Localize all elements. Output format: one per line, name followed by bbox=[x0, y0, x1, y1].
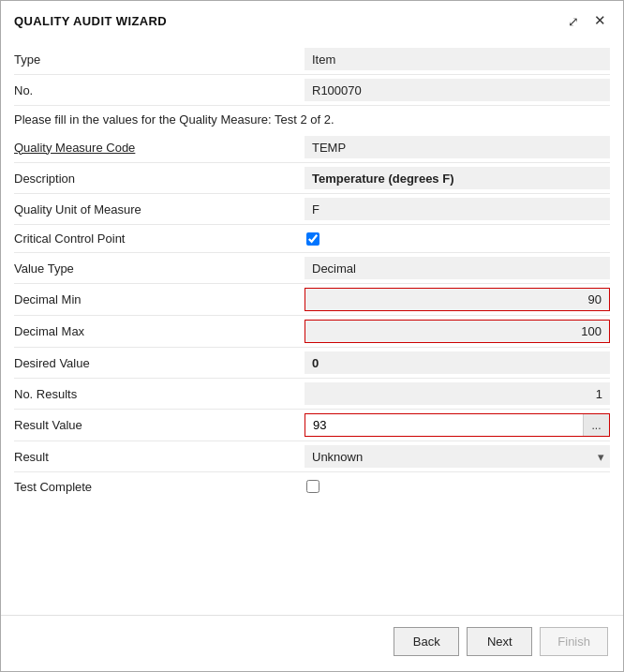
value-type-label: Value Type bbox=[14, 253, 305, 283]
description-value: Temperature (degrees F) bbox=[305, 167, 610, 189]
desired-value-row: Desired Value 0 bbox=[14, 348, 610, 379]
decimal-max-label: Decimal Max bbox=[14, 316, 305, 347]
decimal-max-value: 100 bbox=[305, 320, 610, 343]
decimal-min-row: Decimal Min 90 bbox=[14, 284, 610, 316]
type-value-cell: Item bbox=[305, 44, 610, 74]
result-dropdown[interactable]: Unknown Pass Fail bbox=[305, 445, 610, 468]
result-value-label: Result Value bbox=[14, 410, 305, 441]
critical-control-label: Critical Control Point bbox=[14, 225, 305, 252]
description-row: Description Temperature (degrees F) bbox=[14, 163, 610, 194]
type-row: Type Item bbox=[14, 44, 610, 75]
content-spacer bbox=[1, 561, 623, 615]
result-value-value-cell: ... bbox=[305, 410, 610, 441]
decimal-max-row: Decimal Max 100 bbox=[14, 316, 610, 348]
dialog-title: QUALITY AUDIT WIZARD bbox=[14, 14, 167, 28]
no-value: R100070 bbox=[305, 79, 610, 101]
result-row: Result Unknown Pass Fail ▾ bbox=[14, 441, 610, 472]
description-value-cell: Temperature (degrees F) bbox=[305, 163, 610, 193]
instruction-text: Please fill in the values for the Qualit… bbox=[14, 112, 334, 127]
close-icon: ✕ bbox=[594, 12, 606, 28]
description-label: Description bbox=[14, 163, 305, 193]
back-button[interactable]: Back bbox=[394, 627, 459, 656]
test-complete-label: Test Complete bbox=[14, 472, 305, 500]
result-value-browse-button[interactable]: ... bbox=[583, 414, 609, 436]
result-value-cell: Unknown Pass Fail ▾ bbox=[305, 441, 610, 471]
quality-audit-wizard-dialog: QUALITY AUDIT WIZARD ⤢ ✕ Type Item No. R… bbox=[0, 0, 624, 672]
desired-value-value-cell: 0 bbox=[305, 348, 610, 378]
no-results-value-cell: 1 bbox=[305, 379, 610, 409]
result-dropdown-wrap: Unknown Pass Fail ▾ bbox=[305, 445, 610, 468]
decimal-min-value: 90 bbox=[305, 288, 610, 311]
quality-measure-code-link[interactable]: Quality Measure Code bbox=[14, 141, 135, 155]
quality-unit-row: Quality Unit of Measure F bbox=[14, 194, 610, 225]
no-label: No. bbox=[14, 75, 305, 105]
test-complete-checkbox[interactable] bbox=[306, 480, 319, 493]
critical-control-checkbox[interactable] bbox=[306, 232, 319, 246]
no-results-row: No. Results 1 bbox=[14, 379, 610, 410]
desired-value-label: Desired Value bbox=[14, 348, 305, 378]
next-button[interactable]: Next bbox=[467, 627, 532, 656]
quality-unit-label: Quality Unit of Measure bbox=[14, 194, 305, 224]
restore-icon: ⤢ bbox=[568, 14, 579, 29]
value-type-value: Decimal bbox=[305, 257, 610, 279]
test-complete-row: Test Complete bbox=[14, 472, 610, 500]
no-results-label: No. Results bbox=[14, 379, 305, 409]
title-bar: QUALITY AUDIT WIZARD ⤢ ✕ bbox=[1, 1, 623, 37]
result-value-input-wrap: ... bbox=[305, 413, 610, 437]
type-value: Item bbox=[305, 48, 610, 70]
value-type-value-cell: Decimal bbox=[305, 253, 610, 283]
decimal-min-label: Decimal Min bbox=[14, 284, 305, 315]
quality-measure-code-value: TEMP bbox=[305, 136, 610, 158]
critical-control-value-cell bbox=[305, 225, 610, 252]
test-complete-value-cell bbox=[305, 472, 610, 500]
quality-measure-code-value-cell: TEMP bbox=[305, 132, 610, 162]
quality-unit-value: F bbox=[305, 198, 610, 220]
quality-unit-value-cell: F bbox=[305, 194, 610, 224]
finish-button[interactable]: Finish bbox=[540, 627, 608, 656]
quality-measure-code-label: Quality Measure Code bbox=[14, 132, 305, 162]
dialog-content: Type Item No. R100070 Please fill in the… bbox=[1, 37, 623, 561]
decimal-max-value-cell: 100 bbox=[305, 316, 610, 347]
instruction-row: Please fill in the values for the Qualit… bbox=[14, 106, 610, 132]
decimal-min-value-cell: 90 bbox=[305, 284, 610, 315]
no-row: No. R100070 bbox=[14, 75, 610, 106]
test-complete-checkbox-wrap bbox=[305, 480, 319, 493]
result-value-row: Result Value ... bbox=[14, 410, 610, 441]
critical-control-checkbox-wrap bbox=[305, 232, 319, 246]
dialog-footer: Back Next Finish bbox=[1, 615, 623, 671]
no-results-value: 1 bbox=[305, 382, 610, 405]
restore-button[interactable]: ⤢ bbox=[564, 11, 583, 31]
desired-value-value: 0 bbox=[305, 351, 610, 374]
result-label: Result bbox=[14, 441, 305, 471]
quality-measure-code-row: Quality Measure Code TEMP bbox=[14, 132, 610, 163]
close-button[interactable]: ✕ bbox=[590, 10, 610, 31]
no-value-cell: R100070 bbox=[305, 75, 610, 105]
value-type-row: Value Type Decimal bbox=[14, 253, 610, 284]
critical-control-row: Critical Control Point bbox=[14, 225, 610, 253]
type-label: Type bbox=[14, 44, 305, 74]
result-value-input[interactable] bbox=[305, 414, 583, 436]
title-icons: ⤢ ✕ bbox=[564, 10, 610, 31]
